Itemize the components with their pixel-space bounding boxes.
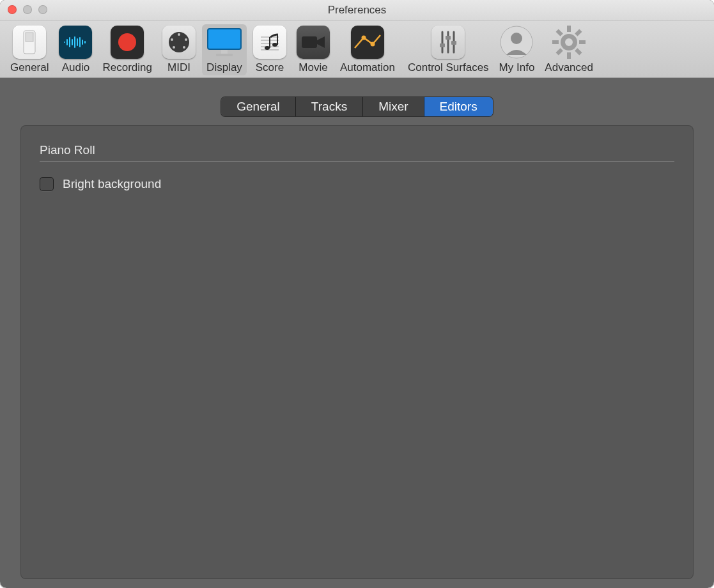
toolbar-label: General — [10, 61, 49, 74]
camera-icon — [297, 26, 330, 59]
person-icon — [500, 26, 533, 59]
option-label: Bright background — [63, 177, 161, 191]
preferences-toolbar: General Audio Recording — [0, 20, 714, 78]
toolbar-label: Display — [206, 61, 242, 74]
svg-rect-20 — [216, 54, 233, 56]
svg-rect-42 — [567, 26, 571, 32]
svg-rect-18 — [208, 29, 241, 49]
svg-point-16 — [173, 46, 175, 49]
subtab-bar: General Tracks Mixer Editors — [221, 97, 493, 116]
waveform-icon — [59, 26, 92, 59]
svg-rect-36 — [440, 43, 445, 47]
score-icon — [253, 26, 286, 59]
toolbar-label: Movie — [299, 61, 327, 74]
svg-point-11 — [118, 33, 136, 51]
svg-point-14 — [171, 38, 173, 41]
svg-point-17 — [183, 46, 185, 49]
toolbar-item-display[interactable]: Display — [202, 24, 247, 75]
switch-icon — [13, 26, 46, 59]
svg-rect-46 — [575, 29, 582, 36]
toolbar-item-general[interactable]: General — [6, 24, 52, 75]
svg-point-31 — [361, 36, 366, 40]
tab-mixer[interactable]: Mixer — [363, 97, 424, 116]
svg-rect-43 — [567, 52, 571, 59]
svg-rect-38 — [451, 41, 456, 45]
tab-general[interactable]: General — [221, 97, 296, 116]
svg-point-26 — [265, 46, 270, 50]
body: General Tracks Mixer Editors Piano Roll … — [0, 78, 714, 588]
svg-point-13 — [178, 33, 180, 36]
svg-rect-1 — [26, 33, 33, 42]
svg-rect-19 — [221, 50, 228, 54]
toolbar-label: Control Surfaces — [408, 61, 489, 74]
gear-icon — [552, 26, 586, 59]
toolbar-item-my-info[interactable]: My Info — [495, 24, 539, 75]
midi-icon — [162, 26, 196, 59]
svg-rect-44 — [552, 40, 559, 44]
close-icon[interactable] — [8, 5, 17, 14]
titlebar: Preferences — [0, 0, 714, 20]
maximize-icon[interactable] — [38, 5, 47, 14]
svg-rect-28 — [269, 37, 270, 48]
toolbar-label: My Info — [499, 61, 535, 74]
toolbar-label: MIDI — [167, 61, 190, 74]
svg-point-40 — [511, 33, 522, 44]
section-title: Piano Roll — [40, 143, 674, 162]
svg-rect-29 — [277, 35, 278, 45]
svg-point-15 — [185, 38, 187, 41]
toolbar-item-audio[interactable]: Audio — [55, 24, 96, 75]
sliders-icon — [431, 26, 465, 59]
toolbar-label: Advanced — [545, 61, 593, 74]
toolbar-item-advanced[interactable]: Advanced — [541, 24, 597, 75]
tab-tracks[interactable]: Tracks — [296, 97, 363, 116]
window-title: Preferences — [328, 4, 387, 17]
svg-rect-37 — [446, 36, 451, 40]
content-panel: Piano Roll Bright background — [20, 125, 694, 579]
toolbar-item-midi[interactable]: MIDI — [159, 24, 199, 75]
svg-rect-47 — [556, 48, 563, 55]
svg-rect-45 — [579, 40, 586, 44]
display-icon — [206, 26, 243, 59]
svg-point-50 — [565, 38, 573, 46]
window-controls — [8, 5, 47, 14]
toolbar-label: Automation — [340, 61, 395, 74]
bright-background-checkbox[interactable] — [40, 177, 54, 191]
toolbar-item-control-surfaces[interactable]: Control Surfaces — [404, 24, 493, 75]
toolbar-item-recording[interactable]: Recording — [98, 24, 156, 75]
automation-icon — [351, 26, 384, 59]
toolbar-item-movie[interactable]: Movie — [293, 24, 334, 75]
svg-rect-48 — [556, 29, 563, 36]
toolbar-item-automation[interactable]: Automation — [336, 24, 399, 75]
toolbar-label: Score — [256, 61, 284, 74]
tab-editors[interactable]: Editors — [424, 97, 493, 116]
minimize-icon[interactable] — [23, 5, 32, 14]
toolbar-label: Audio — [62, 61, 89, 74]
record-icon — [111, 26, 144, 59]
toolbar-label: Recording — [102, 61, 152, 74]
option-bright-background: Bright background — [40, 177, 674, 191]
preferences-window: Preferences General — [0, 0, 714, 588]
svg-rect-30 — [302, 36, 317, 48]
toolbar-item-score[interactable]: Score — [249, 24, 290, 75]
svg-point-27 — [272, 43, 277, 47]
svg-rect-49 — [575, 48, 582, 55]
svg-point-32 — [370, 42, 375, 47]
